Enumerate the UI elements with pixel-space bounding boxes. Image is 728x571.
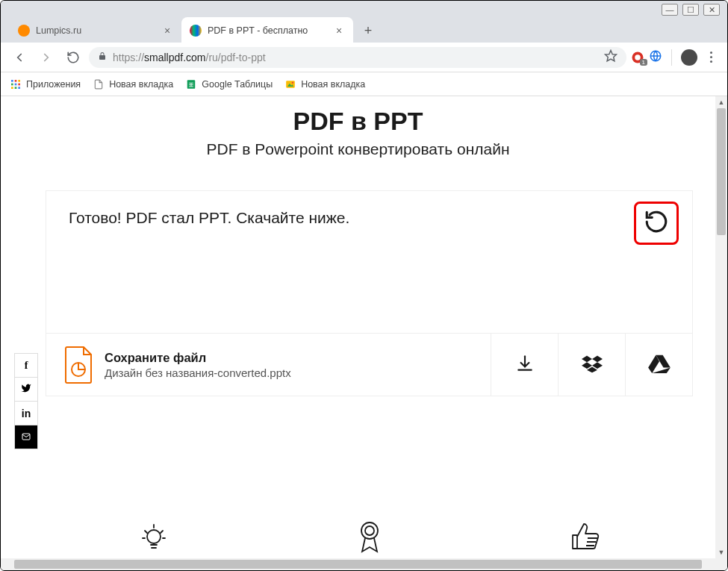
download-row: Сохраните файл Дизайн без названия-conve…	[46, 333, 692, 396]
save-gdrive-button[interactable]	[625, 334, 692, 396]
share-email-button[interactable]	[14, 425, 38, 449]
svg-marker-19	[582, 355, 592, 362]
svg-rect-5	[15, 80, 17, 82]
adblock-extension-icon[interactable]: 1	[631, 51, 644, 64]
window-maximize-button[interactable]: ☐	[682, 4, 699, 16]
profile-avatar[interactable]	[681, 49, 697, 66]
share-sidebar: f in	[14, 353, 38, 449]
award-icon	[353, 520, 386, 553]
facebook-icon: f	[25, 360, 28, 372]
result-status-section: Готово! PDF стал PPT. Скачайте ниже.	[46, 191, 692, 333]
result-card: Готово! PDF стал PPT. Скачайте ниже. С	[46, 190, 693, 396]
scroll-thumb[interactable]	[14, 560, 702, 569]
picture-icon	[284, 78, 296, 90]
bookmark-apps[interactable]: Приложения	[10, 78, 81, 90]
menu-button[interactable]	[702, 52, 720, 63]
share-facebook-button[interactable]: f	[14, 354, 38, 378]
tab-smallpdf[interactable]: PDF в PPT - бесплатно ×	[181, 17, 353, 43]
svg-marker-0	[606, 51, 617, 61]
svg-rect-4	[11, 80, 13, 82]
feature-row	[46, 514, 693, 558]
lightbulb-icon	[137, 520, 170, 553]
bookmark-label: Новая вкладка	[109, 79, 173, 90]
save-dropbox-button[interactable]	[558, 334, 625, 396]
svg-rect-8	[15, 83, 17, 85]
svg-point-29	[365, 526, 374, 535]
back-button[interactable]	[8, 46, 31, 69]
viewport: PDF в PPT PDF в Powerpoint конвертироват…	[1, 96, 727, 570]
svg-rect-6	[18, 80, 20, 82]
restart-icon	[644, 209, 669, 237]
reload-button[interactable]	[62, 46, 84, 69]
ppt-file-icon	[63, 346, 94, 384]
apps-icon	[10, 78, 22, 90]
svg-rect-9	[18, 83, 20, 85]
address-bar: https://smallpdf.com/ru/pdf-to-ppt 1	[1, 43, 727, 72]
svg-marker-20	[592, 355, 603, 362]
svg-rect-14	[286, 81, 295, 87]
share-linkedin-button[interactable]: in	[14, 402, 38, 425]
linkedin-icon: in	[22, 408, 31, 419]
tab-close-button[interactable]: ×	[333, 25, 345, 37]
new-tab-button[interactable]: +	[358, 20, 379, 41]
tab-close-button[interactable]: ×	[161, 25, 173, 37]
tab-label: PDF в PPT - бесплатно	[208, 25, 333, 36]
svg-point-28	[361, 522, 378, 539]
bookmark-label: Приложения	[26, 79, 81, 90]
mail-icon	[21, 431, 31, 443]
start-over-button[interactable]	[641, 208, 672, 239]
page-content: PDF в PPT PDF в Powerpoint конвертироват…	[1, 96, 715, 558]
vertical-scrollbar[interactable]: ▲ ▼	[715, 96, 727, 558]
favicon-lumpics	[18, 25, 30, 37]
bookmark-sheets[interactable]: Google Таблицы	[185, 78, 273, 90]
sheets-icon	[185, 78, 197, 90]
page-title: PDF в PPT	[1, 107, 715, 136]
google-drive-icon	[648, 354, 671, 376]
twitter-icon	[21, 383, 31, 396]
status-text: Готово! PDF стал PPT. Скачайте ниже.	[69, 209, 670, 227]
download-button[interactable]	[491, 334, 558, 396]
file-name: Дизайн без названия-converted.pptx	[105, 366, 291, 379]
svg-rect-11	[15, 87, 17, 89]
forward-button[interactable]	[35, 46, 57, 69]
star-icon[interactable]	[604, 49, 617, 65]
horizontal-scrollbar[interactable]	[1, 558, 715, 570]
bookmark-label: Новая вкладка	[301, 79, 365, 90]
url-text: https://smallpdf.com/ru/pdf-to-ppt	[113, 52, 598, 63]
translate-extension-icon[interactable]	[649, 49, 662, 66]
page-icon	[93, 78, 105, 90]
scroll-up-arrow[interactable]: ▲	[715, 96, 727, 108]
hero: PDF в PPT PDF в Powerpoint конвертироват…	[1, 96, 715, 158]
svg-point-2	[635, 54, 641, 60]
save-file-label: Сохраните файл	[105, 351, 291, 365]
scroll-down-arrow[interactable]: ▼	[715, 546, 727, 558]
highlight-box	[634, 202, 679, 245]
divider	[671, 49, 672, 66]
favicon-smallpdf	[190, 25, 202, 37]
scroll-thumb[interactable]	[717, 108, 726, 235]
window-minimize-button[interactable]: —	[662, 4, 678, 16]
bookmark-newtab-2[interactable]: Новая вкладка	[284, 78, 365, 90]
svg-rect-12	[18, 87, 20, 89]
window-controls: — ☐ ✕	[662, 4, 720, 16]
share-twitter-button[interactable]	[14, 378, 38, 402]
bookmark-label: Google Таблицы	[202, 79, 273, 90]
scroll-corner	[715, 558, 727, 570]
svg-point-27	[147, 530, 161, 543]
file-info: Сохраните файл Дизайн без названия-conve…	[46, 334, 491, 396]
svg-point-16	[292, 81, 293, 83]
url-field[interactable]: https://smallpdf.com/ru/pdf-to-ppt	[89, 47, 626, 68]
page-subtitle: PDF в Powerpoint конвертировать онлайн	[1, 140, 715, 158]
tab-lumpics[interactable]: Lumpics.ru ×	[10, 17, 181, 43]
window-close-button[interactable]: ✕	[703, 4, 720, 16]
tab-strip: Lumpics.ru × PDF в PPT - бесплатно × +	[1, 1, 727, 43]
dropbox-icon	[582, 354, 603, 376]
thumbs-up-icon	[569, 520, 602, 553]
svg-rect-10	[11, 87, 13, 89]
download-icon	[515, 354, 535, 376]
tab-label: Lumpics.ru	[36, 25, 161, 36]
bookmark-newtab-1[interactable]: Новая вкладка	[93, 78, 173, 90]
svg-rect-7	[11, 83, 13, 85]
bookmarks-bar: Приложения Новая вкладка Google Таблицы …	[1, 72, 727, 96]
lock-icon	[98, 51, 107, 63]
